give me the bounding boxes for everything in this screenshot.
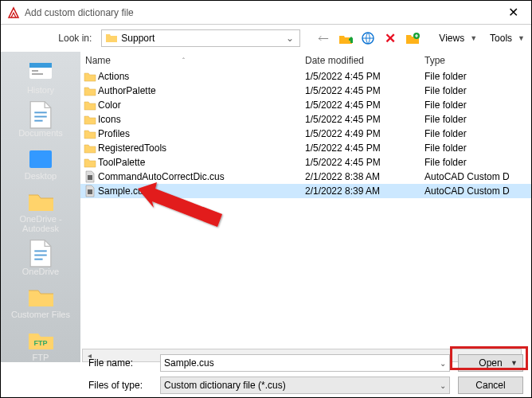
places-item-label: History (27, 85, 54, 95)
document-icon (26, 103, 55, 127)
lookin-value: Support (121, 33, 155, 44)
up-one-level-button[interactable] (338, 31, 353, 45)
file-date: 1/5/2022 4:45 PM (305, 71, 424, 82)
file-type: File folder (424, 142, 531, 154)
svg-rect-6 (34, 111, 46, 113)
file-row[interactable]: Sample.cus2/1/2022 8:39 AMAutoCAD Custom… (80, 184, 531, 198)
file-type: File folder (424, 128, 531, 139)
file-row[interactable]: Icons1/5/2022 4:45 PMFile folder (80, 112, 531, 127)
file-icon (84, 170, 96, 183)
file-row[interactable]: Actions1/5/2022 4:45 PMFile folder (80, 69, 531, 84)
svg-rect-9 (34, 250, 46, 252)
filename-input[interactable]: Sample.cus ⌄ (160, 354, 450, 372)
file-date: 2/1/2022 8:39 AM (305, 185, 424, 197)
file-type: File folder (424, 85, 531, 96)
file-row[interactable]: ToolPalette1/5/2022 4:45 PMFile folder (80, 155, 531, 170)
file-icon (84, 185, 96, 197)
chevron-down-icon: ⌄ (440, 381, 446, 390)
filetype-combo[interactable]: Custom dictionary file (*.cus) ⌄ (160, 377, 450, 394)
views-button[interactable]: Views▼ (439, 33, 477, 44)
file-name: ToolPalette (98, 157, 305, 168)
filetype-value: Custom dictionary file (*.cus) (164, 380, 286, 391)
file-row[interactable]: CommandAutoCorrectDic.cus2/1/2022 8:38 A… (80, 170, 531, 184)
open-button[interactable]: Open▼ (458, 354, 523, 372)
col-date[interactable]: Date modified (305, 55, 424, 66)
file-row[interactable]: AuthorPalette1/5/2022 4:45 PMFile folder (80, 84, 531, 98)
folder-icon (84, 113, 96, 126)
file-type: File folder (424, 100, 531, 111)
folder-icon (84, 84, 96, 97)
file-date: 1/5/2022 4:45 PM (305, 157, 424, 168)
svg-rect-4 (32, 70, 38, 72)
file-row[interactable]: RegisteredTools1/5/2022 4:45 PMFile fold… (80, 141, 531, 155)
file-list-pane: Nameˆ Date modified Type Actions1/5/2022… (80, 52, 531, 362)
places-item[interactable]: Documents (5, 101, 76, 141)
tools-button[interactable]: Tools▼ (490, 33, 525, 44)
file-type: AutoCAD Custom D (424, 185, 531, 197)
sort-asc-icon: ˆ (182, 57, 185, 64)
col-name[interactable]: Name (85, 55, 111, 66)
places-item[interactable]: Desktop (5, 144, 76, 184)
svg-rect-3 (29, 63, 52, 68)
folder-icon (84, 142, 96, 154)
svg-rect-14 (88, 189, 92, 194)
folder-icon (26, 189, 55, 213)
file-type: File folder (424, 157, 531, 168)
file-date: 1/5/2022 4:49 PM (305, 128, 424, 139)
main-area: HistoryDocumentsDesktopOneDrive - Autode… (1, 52, 531, 362)
back-button[interactable]: 🡐 (316, 31, 331, 45)
filetype-label: Files of type: (88, 380, 160, 391)
folder-icon (105, 32, 118, 45)
places-item-label: Customer Files (11, 310, 70, 319)
folder-icon (84, 156, 96, 169)
lookin-combo[interactable]: Support ⌄ (101, 29, 300, 47)
filename-value: Sample.cus (164, 357, 214, 369)
svg-rect-13 (88, 175, 92, 180)
file-date: 1/5/2022 4:45 PM (305, 100, 424, 111)
file-list[interactable]: Actions1/5/2022 4:45 PMFile folderAuthor… (80, 69, 531, 347)
bottom-panel: File name: Sample.cus ⌄ Open▼ Files of t… (1, 347, 531, 397)
new-folder-button[interactable] (405, 31, 420, 45)
places-item[interactable]: OneDrive - Autodesk (5, 187, 76, 236)
file-date: 1/5/2022 4:45 PM (305, 85, 424, 96)
svg-rect-7 (34, 115, 46, 117)
col-type[interactable]: Type (424, 55, 531, 66)
file-type: AutoCAD Custom D (424, 171, 531, 182)
cancel-button[interactable]: Cancel (458, 377, 523, 394)
places-item[interactable]: OneDrive (5, 240, 76, 279)
file-name: CommandAutoCorrectDic.cus (98, 171, 305, 182)
svg-text:FTP: FTP (34, 339, 48, 347)
folder-icon (84, 127, 96, 140)
places-item-label: OneDrive (22, 267, 59, 276)
file-date: 1/5/2022 4:45 PM (305, 142, 424, 154)
places-item-label: Desktop (25, 171, 57, 181)
search-web-button[interactable] (361, 31, 375, 45)
svg-rect-5 (32, 73, 43, 75)
nav-icons: 🡐 ✕ (316, 31, 420, 45)
file-row[interactable]: Color1/5/2022 4:45 PMFile folder (80, 98, 531, 112)
folder-icon (84, 70, 96, 83)
file-name: Actions (98, 71, 305, 82)
chevron-down-icon: ⌄ (284, 32, 296, 45)
file-name: Sample.cus (98, 185, 305, 197)
app-icon (7, 6, 20, 19)
svg-rect-10 (34, 254, 46, 256)
delete-button[interactable]: ✕ (383, 31, 397, 45)
file-row[interactable]: Profiles1/5/2022 4:49 PMFile folder (80, 127, 531, 141)
history-icon (26, 60, 55, 84)
file-name: Icons (98, 114, 305, 125)
file-name: Color (98, 100, 305, 111)
places-item-label: OneDrive - Autodesk (5, 214, 76, 233)
filename-label: File name: (88, 357, 160, 369)
desktop-icon (26, 146, 55, 170)
file-name: RegisteredTools (98, 142, 305, 154)
lookin-label: Look in: (7, 33, 96, 44)
places-item[interactable]: Customer Files (5, 283, 76, 322)
close-button[interactable]: ✕ (495, 1, 531, 25)
document-icon (26, 241, 55, 265)
places-item[interactable]: History (5, 58, 76, 98)
file-date: 2/1/2022 8:38 AM (305, 171, 424, 182)
file-name: Profiles (98, 128, 305, 139)
columns-header[interactable]: Nameˆ Date modified Type (80, 52, 531, 69)
file-type: File folder (424, 71, 531, 82)
